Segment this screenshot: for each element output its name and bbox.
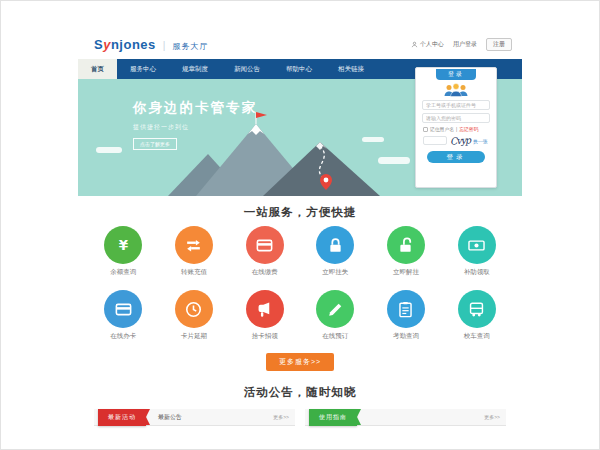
service-item-card-extension[interactable]: 卡片延期 [159, 290, 230, 341]
service-item-unfreeze[interactable]: 立即解挂 [371, 226, 442, 277]
services-section: 一站服务，方便快捷 ¥ 余额查询 转账充值 [78, 196, 522, 371]
login-panel: 登录 记住用户名 | 忘记密码 [415, 67, 497, 188]
page-column: Synjones | 服务大厅 个人中心 用户登录 注册 首页 服务中心 规章制… [78, 29, 522, 450]
tab-latest-announcements[interactable]: 最新公告 [158, 413, 182, 422]
hero-title: 你身边的卡管专家 [133, 99, 257, 117]
service-item-transfer[interactable]: 转账充值 [159, 226, 230, 277]
services-grid: ¥ 余额查询 转账充值 在线缴费 [88, 226, 512, 341]
service-circle[interactable] [316, 290, 354, 328]
panel-activities-body [94, 426, 295, 450]
service-label: 在线缴费 [252, 268, 278, 277]
tab-usage-guide[interactable]: 使用指南 [309, 409, 357, 426]
nav-item-links[interactable]: 相关链接 [325, 59, 377, 79]
announcement-panels: 最新活动 最新公告 更多>> 使用指南 更多>> [94, 409, 506, 450]
personal-center-label: 个人中心 [420, 40, 444, 49]
service-circle[interactable] [458, 290, 496, 328]
person-icon [411, 41, 418, 48]
captcha-row: Cvyp 换一张 [423, 135, 489, 146]
flag-icon [256, 112, 267, 118]
top-header: Synjones | 服务大厅 个人中心 用户登录 注册 [78, 29, 522, 59]
banknote-icon [467, 236, 486, 255]
services-title: 一站服务，方便快捷 [78, 205, 522, 220]
service-circle[interactable] [458, 226, 496, 264]
register-button[interactable]: 注册 [486, 38, 512, 51]
service-item-balance[interactable]: ¥ 余额查询 [88, 226, 159, 277]
nav-item-home[interactable]: 首页 [78, 59, 117, 79]
service-label: 考勤查询 [393, 332, 419, 341]
nav-item-news[interactable]: 新闻公告 [221, 59, 273, 79]
clipboard-icon [396, 300, 415, 319]
cloud-icon [96, 147, 122, 153]
panel-guide: 使用指南 更多>> [305, 409, 506, 450]
captcha-refresh-link[interactable]: 换一张 [473, 138, 487, 144]
service-item-school-bus[interactable]: 校车查询 [441, 290, 512, 341]
service-label: 在线预订 [322, 332, 348, 341]
remember-label: 记住用户名 [430, 126, 454, 132]
forgot-password-link[interactable]: 忘记密码 [459, 126, 478, 132]
service-item-attendance[interactable]: 考勤查询 [371, 290, 442, 341]
megaphone-icon [255, 300, 274, 319]
hero-banner: 你身边的卡管专家 提供捷径一步到位 点击了解更多 [78, 79, 522, 196]
captcha-image[interactable]: Cvyp [450, 134, 471, 146]
brand-logo[interactable]: Synjones | 服务大厅 [94, 37, 208, 52]
service-circle[interactable] [175, 226, 213, 264]
remember-row: 记住用户名 | 忘记密码 [423, 126, 489, 132]
service-label: 立即解挂 [393, 268, 419, 277]
panel-guide-head: 使用指南 更多>> [305, 409, 506, 426]
lock-icon [326, 236, 345, 255]
bus-icon [467, 300, 486, 319]
site-title: 服务大厅 [172, 41, 208, 52]
announcements-section: 活动公告，随时知晓 最新活动 最新公告 更多>> 使用指南 更多>> [78, 385, 522, 450]
login-tab[interactable]: 登录 [436, 69, 476, 80]
separator: | [456, 127, 457, 132]
nav-item-help[interactable]: 帮助中心 [273, 59, 325, 79]
service-circle[interactable] [246, 290, 284, 328]
card-icon [255, 236, 274, 255]
password-input[interactable] [422, 113, 490, 123]
service-circle[interactable] [175, 290, 213, 328]
user-login-link[interactable]: 用户登录 [453, 40, 477, 49]
remember-checkbox[interactable] [423, 127, 428, 132]
service-circle[interactable] [387, 290, 425, 328]
page-canvas: Synjones | 服务大厅 个人中心 用户登录 注册 首页 服务中心 规章制… [0, 0, 600, 450]
service-circle[interactable] [387, 226, 425, 264]
hero-more-button[interactable]: 点击了解更多 [133, 138, 177, 150]
panel-activities-head: 最新活动 最新公告 更多>> [94, 409, 295, 426]
service-label: 拾卡招领 [252, 332, 278, 341]
personal-center-link[interactable]: 个人中心 [411, 40, 444, 49]
service-item-subsidy[interactable]: 补助领取 [441, 226, 512, 277]
service-item-reservation[interactable]: 在线预订 [300, 290, 371, 341]
service-circle[interactable] [316, 226, 354, 264]
hero-subtitle: 提供捷径一步到位 [133, 123, 257, 132]
service-circle[interactable] [104, 290, 142, 328]
login-submit-button[interactable]: 登录 [427, 151, 485, 163]
hero-copy: 你身边的卡管专家 提供捷径一步到位 点击了解更多 [133, 99, 257, 150]
service-item-report-loss[interactable]: 立即挂失 [300, 226, 371, 277]
service-label: 补助领取 [464, 268, 490, 277]
service-label: 余额查询 [110, 268, 136, 277]
yen-icon: ¥ [114, 236, 133, 255]
more-link[interactable]: 更多>> [273, 414, 289, 420]
service-item-payment[interactable]: 在线缴费 [229, 226, 300, 277]
more-link[interactable]: 更多>> [484, 414, 500, 420]
service-circle[interactable]: ¥ [104, 226, 142, 264]
clock-icon [184, 300, 203, 319]
tab-latest-activities[interactable]: 最新活动 [98, 409, 146, 426]
more-services-button[interactable]: 更多服务>> [266, 353, 334, 371]
service-item-apply-card[interactable]: 在线办卡 [88, 290, 159, 341]
pencil-icon [326, 300, 345, 319]
service-label: 卡片延期 [181, 332, 207, 341]
username-input[interactable] [422, 100, 490, 110]
users-icon [416, 83, 496, 97]
unlock-icon [396, 236, 415, 255]
nav-item-rules[interactable]: 规章制度 [169, 59, 221, 79]
svg-text:¥: ¥ [119, 238, 129, 253]
panel-guide-body [305, 426, 506, 450]
service-item-lost-found[interactable]: 拾卡招领 [229, 290, 300, 341]
card-icon [114, 300, 133, 319]
captcha-input[interactable] [423, 136, 447, 145]
nav-item-service-center[interactable]: 服务中心 [117, 59, 169, 79]
service-circle[interactable] [246, 226, 284, 264]
service-label: 校车查询 [464, 332, 490, 341]
logo-text: Synjones [94, 37, 156, 52]
